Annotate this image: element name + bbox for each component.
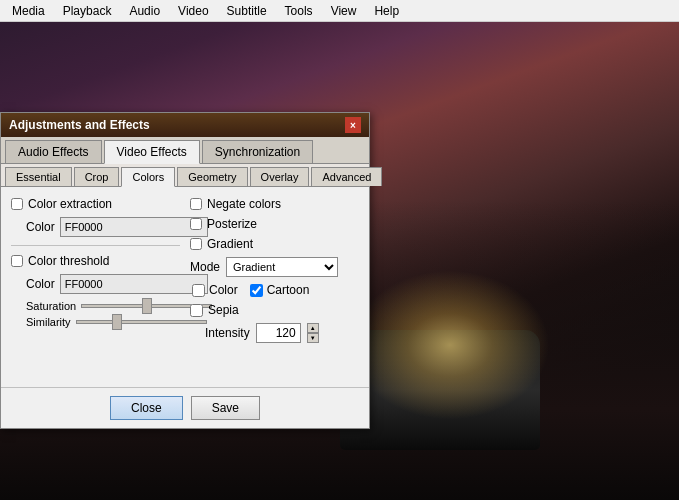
mode-select[interactable]: Gradient Edge detection Hough Transform	[226, 257, 338, 277]
menubar: Media Playback Audio Video Subtitle Tool…	[0, 0, 679, 22]
mode-row: Mode Gradient Edge detection Hough Trans…	[190, 257, 359, 277]
car-body	[340, 330, 540, 450]
tabs-level1: Audio Effects Video Effects Synchronizat…	[1, 137, 369, 164]
gradient-label: Gradient	[207, 237, 253, 251]
headlight-left	[390, 340, 450, 380]
menu-video[interactable]: Video	[170, 2, 216, 20]
intensity-spinners: ▲ ▼	[307, 323, 319, 343]
dialog-close-icon[interactable]: ×	[345, 117, 361, 133]
tab-audio-effects[interactable]: Audio Effects	[5, 140, 102, 163]
dialog-title: Adjustments and Effects	[9, 118, 150, 132]
color-inline: Color	[192, 283, 238, 297]
saturation-row: Saturation	[26, 300, 180, 312]
sepia-row: Sepia	[190, 303, 359, 317]
ce-color-label: Color	[26, 220, 55, 234]
tabs-level2: Essential Crop Colors Geometry Overlay A…	[1, 164, 369, 187]
color-threshold-label: Color threshold	[28, 254, 109, 268]
posterize-label: Posterize	[207, 217, 257, 231]
tab-geometry[interactable]: Geometry	[177, 167, 247, 186]
col-left: Color extraction Color Color threshold C…	[11, 197, 180, 343]
color-cartoon-row: Color Cartoon	[192, 283, 359, 297]
menu-audio[interactable]: Audio	[121, 2, 168, 20]
cartoon-inline-label: Cartoon	[267, 283, 310, 297]
cartoon-checkbox[interactable]	[250, 284, 263, 297]
intensity-label: Intensity	[205, 326, 250, 340]
negate-label: Negate colors	[207, 197, 281, 211]
menu-view[interactable]: View	[323, 2, 365, 20]
negate-checkbox[interactable]	[190, 198, 202, 210]
tab-synchronization[interactable]: Synchronization	[202, 140, 313, 163]
ct-color-input[interactable]	[60, 274, 208, 294]
headlight-right	[460, 345, 510, 380]
similarity-label: Similarity	[26, 316, 71, 328]
col-right: Negate colors Posterize Gradient Mode Gr…	[190, 197, 359, 343]
ct-color-row: Color	[26, 274, 180, 294]
similarity-row: Similarity	[26, 316, 180, 328]
posterize-checkbox[interactable]	[190, 218, 202, 230]
tab-advanced[interactable]: Advanced	[311, 167, 382, 186]
close-button[interactable]: Close	[110, 396, 183, 420]
menu-playback[interactable]: Playback	[55, 2, 120, 20]
menu-media[interactable]: Media	[4, 2, 53, 20]
adjustments-effects-dialog: Adjustments and Effects × Audio Effects …	[0, 112, 370, 429]
similarity-slider[interactable]	[76, 320, 207, 324]
tab-overlay[interactable]: Overlay	[250, 167, 310, 186]
intensity-input[interactable]	[256, 323, 301, 343]
sepia-checkbox[interactable]	[190, 304, 203, 317]
color-extraction-label: Color extraction	[28, 197, 112, 211]
dialog-content: Color extraction Color Color threshold C…	[1, 187, 369, 387]
cartoon-inline: Cartoon	[250, 283, 310, 297]
color-inline-label: Color	[209, 283, 238, 297]
ce-color-row: Color	[26, 217, 180, 237]
save-button[interactable]: Save	[191, 396, 260, 420]
intensity-row: Intensity ▲ ▼	[205, 323, 359, 343]
color-threshold-checkbox[interactable]	[11, 255, 23, 267]
dialog-titlebar: Adjustments and Effects ×	[1, 113, 369, 137]
ce-color-input[interactable]	[60, 217, 208, 237]
menu-tools[interactable]: Tools	[277, 2, 321, 20]
color-threshold-row: Color threshold	[11, 254, 180, 268]
separator-1	[11, 245, 180, 246]
color-extraction-row: Color extraction	[11, 197, 180, 211]
dialog-footer: Close Save	[1, 387, 369, 428]
posterize-row: Posterize	[190, 217, 359, 231]
saturation-label: Saturation	[26, 300, 76, 312]
intensity-down-button[interactable]: ▼	[307, 333, 319, 343]
content-columns: Color extraction Color Color threshold C…	[11, 197, 359, 343]
tab-crop[interactable]: Crop	[74, 167, 120, 186]
intensity-up-button[interactable]: ▲	[307, 323, 319, 333]
menu-help[interactable]: Help	[366, 2, 407, 20]
negate-row: Negate colors	[190, 197, 359, 211]
sepia-label: Sepia	[208, 303, 239, 317]
ct-color-label: Color	[26, 277, 55, 291]
tab-colors[interactable]: Colors	[121, 167, 175, 187]
menu-subtitle[interactable]: Subtitle	[219, 2, 275, 20]
mode-label: Mode	[190, 260, 220, 274]
color-extraction-checkbox[interactable]	[11, 198, 23, 210]
gradient-row: Gradient	[190, 237, 359, 251]
tab-essential[interactable]: Essential	[5, 167, 72, 186]
gradient-checkbox[interactable]	[190, 238, 202, 250]
tab-video-effects[interactable]: Video Effects	[104, 140, 200, 164]
color-checkbox[interactable]	[192, 284, 205, 297]
